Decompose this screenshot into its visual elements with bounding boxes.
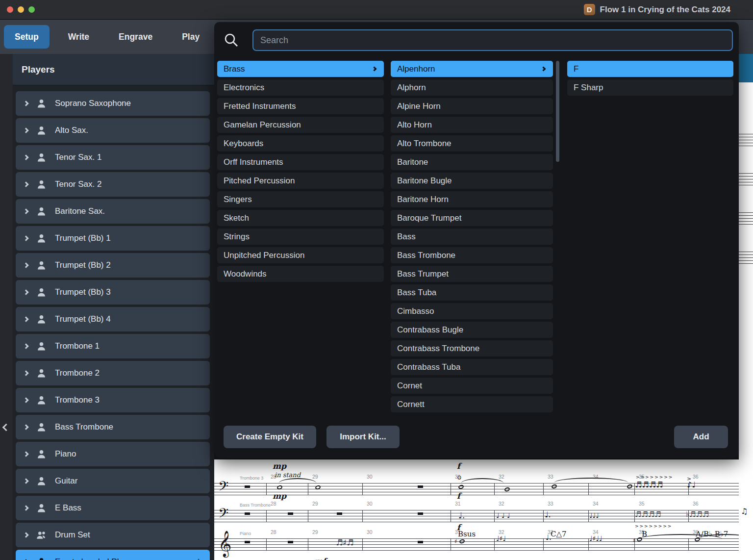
instrument-baritone[interactable]: Baritone (391, 154, 553, 170)
person-icon (36, 476, 47, 486)
instrument-bass-trombone[interactable]: Bass Trombone (391, 247, 553, 263)
import-kit-button[interactable]: Import Kit... (326, 426, 400, 448)
score-canvas[interactable]: 𝄢Trombone 3282930313233343536𝄢Bass Tromb… (214, 459, 753, 560)
player-row-trumpet-bb-4[interactable]: Trumpet (Bb) 4 (16, 307, 210, 331)
barline (451, 538, 451, 551)
item-label: Woodwinds (224, 269, 267, 279)
player-label: Trumpet (Bb) 1 (55, 233, 111, 243)
player-label: Alto Sax. (55, 126, 88, 135)
create-empty-kit-button[interactable]: Create Empty Kit (224, 426, 316, 448)
barline (266, 538, 267, 551)
instrument-alpine-horn[interactable]: Alpine Horn (391, 98, 553, 114)
instrument-bass-trumpet[interactable]: Bass Trumpet (391, 266, 553, 282)
person-icon (36, 179, 47, 190)
instrument-baritone-horn[interactable]: Baritone Horn (391, 191, 553, 207)
player-row-empty-handed-player[interactable]: Empty-handed Player+ (16, 550, 210, 560)
instrument-alphorn[interactable]: Alphorn (391, 79, 553, 96)
person-icon (36, 341, 47, 352)
item-label: Singers (224, 195, 252, 204)
family-brass[interactable]: Brass (217, 61, 384, 77)
player-row-trombone-3[interactable]: Trombone 3 (16, 388, 210, 412)
scrollbar[interactable] (556, 61, 559, 412)
window-title: Flow 1 in Crying of the Cats 2024 (600, 5, 730, 15)
add-button[interactable]: Add (674, 426, 728, 448)
minimize-button[interactable] (18, 6, 24, 13)
family-electronics[interactable]: Electronics (217, 79, 384, 96)
instrument-cornet[interactable]: Cornet (391, 378, 553, 394)
family-gamelan-percussion[interactable]: Gamelan Percussion (217, 117, 384, 133)
add-instrument-button[interactable]: + (195, 556, 202, 560)
player-row-e-bass[interactable]: E Bass (16, 496, 210, 520)
family-orff-instruments[interactable]: Orff Instruments (217, 154, 384, 170)
player-row-trombone-2[interactable]: Trombone 2 (16, 361, 210, 385)
family-sketch[interactable]: Sketch (217, 210, 384, 226)
player-row-trumpet-bb-3[interactable]: Trumpet (Bb) 3 (16, 280, 210, 305)
instrument-alpenhorn[interactable]: Alpenhorn (391, 61, 553, 77)
tab-write[interactable]: Write (57, 25, 100, 49)
family-unpitched-percussion[interactable]: Unpitched Percussion (217, 247, 384, 263)
instrument-cornett[interactable]: Cornett (391, 396, 553, 412)
variant-f[interactable]: F (567, 61, 733, 77)
chevron-right-icon (23, 181, 28, 187)
player-row-trombone-1[interactable]: Trombone 1 (16, 334, 210, 358)
item-label: Fretted Instruments (224, 102, 296, 111)
instrument-bass[interactable]: Bass (391, 229, 553, 245)
player-row-piano[interactable]: Piano (16, 442, 210, 466)
family-pitched-percussion[interactable]: Pitched Percussion (217, 173, 384, 189)
player-row-tenor-sax-1[interactable]: Tenor Sax. 1 (16, 145, 210, 170)
player-row-alto-sax[interactable]: Alto Sax. (16, 118, 210, 143)
instrument-contrabass-trombone[interactable]: Contrabass Trombone (391, 340, 553, 356)
layout-card-selected[interactable] (739, 54, 753, 82)
note-glyphs: ♩♩♩ (589, 512, 599, 519)
chevron-left-icon[interactable] (2, 424, 10, 432)
note-glyphs: ♯ (454, 538, 457, 544)
family-singers[interactable]: Singers (217, 191, 384, 207)
search-input[interactable] (252, 29, 733, 51)
family-strings[interactable]: Strings (217, 229, 384, 245)
scrollbar-thumb[interactable] (556, 61, 559, 162)
player-label: Trumpet (Bb) 2 (55, 260, 111, 270)
staff-fragment (739, 252, 753, 264)
measure-number: 36 (693, 474, 699, 480)
player-row-bass-trombone[interactable]: Bass Trombone (16, 415, 210, 439)
player-label: Tenor Sax. 1 (55, 153, 101, 162)
measure-number: 28 (271, 501, 276, 507)
item-label: Alto Trombone (397, 139, 452, 149)
instrument-contrabass-bugle[interactable]: Contrabass Bugle (391, 322, 553, 338)
dynamic-marking: mp (273, 491, 286, 501)
instrument-cimbasso[interactable]: Cimbasso (391, 303, 553, 319)
player-row-trumpet-bb-1[interactable]: Trumpet (Bb) 1 (16, 226, 210, 251)
barline (588, 538, 589, 551)
instrument-alto-horn[interactable]: Alto Horn (391, 117, 553, 133)
zoom-button[interactable] (28, 6, 35, 13)
instrument-baroque-trumpet[interactable]: Baroque Trumpet (391, 210, 553, 226)
family-keyboards[interactable]: Keyboards (217, 135, 384, 152)
close-button[interactable] (7, 6, 13, 13)
player-row-guitar[interactable]: Guitar (16, 469, 210, 493)
instrument-bass-tuba[interactable]: Bass Tuba (391, 284, 553, 301)
chevron-right-icon (23, 101, 28, 106)
player-row-soprano-saxophone[interactable]: Soprano Saxophone (16, 91, 210, 116)
variant-f-sharp[interactable]: F Sharp (567, 79, 733, 96)
player-label: E Bass (55, 503, 81, 513)
instrument-alto-trombone[interactable]: Alto Trombone (391, 135, 553, 152)
instrument-baritone-bugle[interactable]: Baritone Bugle (391, 173, 553, 189)
player-row-trumpet-bb-2[interactable]: Trumpet (Bb) 2 (16, 253, 210, 278)
person-icon (36, 368, 47, 379)
barline (308, 483, 308, 495)
instrument-contrabass-tuba[interactable]: Contrabass Tuba (391, 359, 553, 375)
family-fretted-instruments[interactable]: Fretted Instruments (217, 98, 384, 114)
tab-setup[interactable]: Setup (4, 25, 50, 49)
staff-fragment (739, 134, 753, 146)
tab-engrave[interactable]: Engrave (108, 25, 163, 49)
player-label: Trumpet (Bb) 4 (55, 314, 111, 324)
player-row-tenor-sax-2[interactable]: Tenor Sax. 2 (16, 172, 210, 197)
tab-play[interactable]: Play (171, 25, 210, 49)
item-label: Gamelan Percussion (224, 120, 301, 130)
barline (543, 483, 544, 495)
player-row-drum-set[interactable]: Drum Set (16, 523, 210, 547)
person-icon (36, 287, 47, 298)
family-woodwinds[interactable]: Woodwinds (217, 266, 384, 282)
player-row-baritone-sax[interactable]: Baritone Sax. (16, 199, 210, 224)
instrument-variant-column: FF Sharp (567, 61, 733, 98)
